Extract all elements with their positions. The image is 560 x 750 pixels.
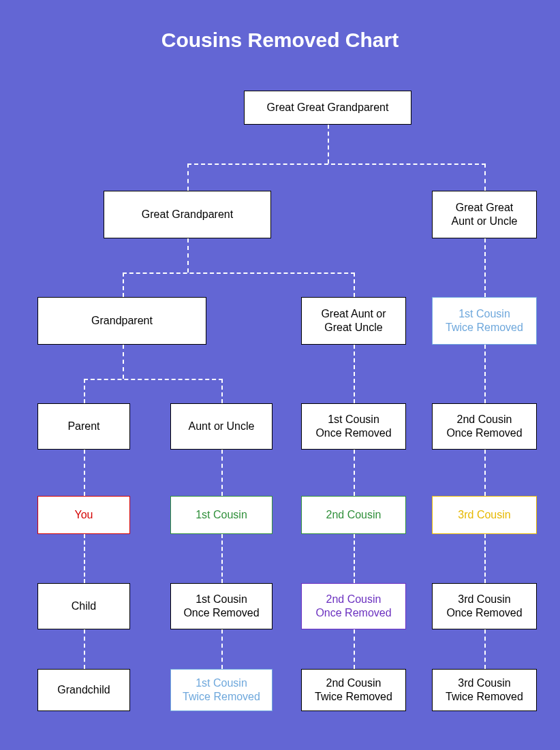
- node-grandparent: Grandparent: [37, 297, 206, 345]
- node-3c-twice-removed-lower: 3rd CousinTwice Removed: [432, 669, 537, 711]
- node-3c-once-removed-lower: 3rd CousinOnce Removed: [432, 583, 537, 629]
- connector: [187, 238, 189, 272]
- connector: [484, 238, 486, 297]
- node-aunt: Aunt or Uncle: [170, 403, 273, 450]
- connector: [484, 534, 486, 583]
- connector: [354, 629, 355, 669]
- connector: [354, 534, 355, 583]
- connector: [221, 629, 223, 669]
- node-2c: 2nd Cousin: [301, 496, 406, 534]
- connector: [84, 534, 85, 583]
- node-2c-once-removed-lower: 2nd CousinOnce Removed: [301, 583, 406, 629]
- node-ggp: Great Grandparent: [104, 191, 271, 238]
- connector: [84, 629, 85, 669]
- connector: [84, 450, 85, 496]
- node-gg-aunt: Great GreatAunt or Uncle: [432, 191, 537, 238]
- connector: [187, 163, 189, 191]
- connector: [484, 345, 486, 403]
- page-title: Cousins Removed Chart: [0, 29, 560, 52]
- connector: [221, 379, 223, 403]
- node-great-aunt: Great Aunt orGreat Uncle: [301, 297, 406, 345]
- connector: [221, 534, 223, 583]
- connector: [484, 629, 486, 669]
- node-1c: 1st Cousin: [170, 496, 273, 534]
- node-parent: Parent: [37, 403, 130, 450]
- connector: [484, 450, 486, 496]
- node-child: Child: [37, 583, 130, 629]
- connector: [354, 345, 355, 403]
- node-1c-once-removed-lower: 1st CousinOnce Removed: [170, 583, 273, 629]
- node-1c-once-removed-upper: 1st CousinOnce Removed: [301, 403, 406, 450]
- connector: [354, 272, 355, 297]
- connector: [123, 272, 355, 274]
- connector: [221, 450, 223, 496]
- node-you: You: [37, 496, 130, 534]
- node-2c-once-removed-upper: 2nd CousinOnce Removed: [432, 403, 537, 450]
- node-2c-twice-removed-lower: 2nd CousinTwice Removed: [301, 669, 406, 711]
- node-1c-twice-removed-upper: 1st CousinTwice Removed: [432, 297, 537, 345]
- connector: [84, 379, 223, 380]
- connector: [123, 345, 124, 379]
- node-1c-twice-removed-lower: 1st CousinTwice Removed: [170, 669, 273, 711]
- connector: [328, 125, 329, 163]
- connector: [123, 272, 124, 297]
- node-grandchild: Grandchild: [37, 669, 130, 711]
- connector: [484, 163, 486, 191]
- connector: [354, 450, 355, 496]
- node-ggg: Great Great Grandparent: [244, 91, 411, 125]
- connector: [84, 379, 85, 403]
- node-3c: 3rd Cousin: [432, 496, 537, 534]
- connector: [187, 163, 486, 165]
